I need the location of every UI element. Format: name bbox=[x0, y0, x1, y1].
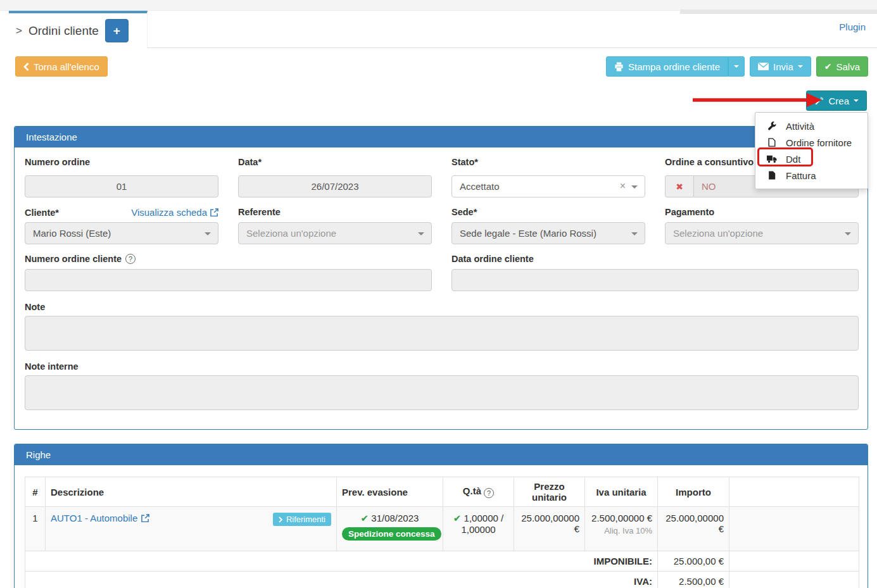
print-order-button[interactable]: Stampa ordine cliente bbox=[606, 56, 728, 77]
importo-value: 25.000,00000 € bbox=[658, 507, 729, 551]
qta-value: 1,00000 / 1,00000 bbox=[461, 513, 503, 535]
save-label: Salva bbox=[836, 61, 860, 72]
stato-label: Stato* bbox=[451, 157, 645, 167]
col-qta-header: Q.tà ? bbox=[443, 477, 514, 507]
row-actions-cell bbox=[729, 507, 859, 551]
col-prezzo-header: Prezzo unitario bbox=[514, 477, 585, 507]
note-interne-label: Note interne bbox=[25, 361, 859, 372]
add-order-button[interactable]: + bbox=[105, 19, 129, 42]
col-importo-header: Importo bbox=[658, 477, 729, 507]
toolbar-right: Stampa ordine cliente Invia ✔ Salva bbox=[606, 56, 868, 77]
print-button-group: Stampa ordine cliente bbox=[606, 56, 745, 77]
imponibile-value: 25.000,00 € bbox=[658, 551, 729, 572]
sede-select[interactable]: Sede legale - Este (Mario Rossi) bbox=[451, 222, 645, 244]
iva-row: IVA: 2.500,00 € bbox=[25, 572, 859, 588]
menu-item-label: Fattura bbox=[786, 170, 816, 181]
col-iva-header: Iva unitaria bbox=[585, 477, 658, 507]
referente-label: Referente bbox=[238, 207, 432, 217]
file-outline-icon bbox=[767, 138, 777, 147]
tab-ordini-cliente[interactable]: > Ordini cliente + bbox=[9, 11, 148, 48]
data-label: Data* bbox=[238, 157, 432, 167]
menu-item-fattura[interactable]: Fattura bbox=[755, 167, 868, 184]
cliente-label: Cliente* bbox=[25, 208, 59, 218]
question-circle-icon: ? bbox=[484, 488, 494, 498]
send-label: Invia bbox=[773, 61, 793, 72]
pagamento-placeholder: Seleziona un'opzione bbox=[673, 228, 763, 239]
cliente-value: Mario Rossi (Este) bbox=[33, 228, 111, 239]
file-solid-icon bbox=[767, 171, 777, 180]
chevron-right-icon bbox=[279, 516, 282, 523]
clear-icon[interactable]: × bbox=[620, 180, 626, 192]
plugin-link[interactable]: Plugin bbox=[839, 22, 866, 32]
righe-panel: Righe # Descrizione Prev. evasione Q.tà … bbox=[14, 444, 868, 588]
referente-select[interactable]: Seleziona un'opzione bbox=[238, 222, 432, 244]
caret-down-icon bbox=[854, 99, 859, 102]
page: > Ordini cliente + Plugin Torna all'elen… bbox=[0, 0, 877, 588]
note-interne-textarea[interactable] bbox=[25, 375, 859, 410]
riferimenti-badge[interactable]: Riferimenti bbox=[273, 513, 331, 526]
caret-down-icon bbox=[631, 232, 638, 235]
plus-icon: + bbox=[113, 24, 120, 38]
data-ordine-cliente-label: Data ordine cliente bbox=[451, 254, 859, 264]
note-textarea[interactable] bbox=[25, 316, 859, 351]
external-link-icon bbox=[141, 514, 149, 522]
caret-down-icon bbox=[845, 232, 851, 235]
table-row: 1 AUTO1 - Automobile Riferime bbox=[25, 507, 859, 551]
caret-down-icon bbox=[734, 65, 739, 68]
righe-panel-header: Righe bbox=[15, 444, 868, 465]
question-circle-icon: ? bbox=[125, 254, 136, 264]
check-icon: ✔ bbox=[361, 513, 369, 523]
pagamento-select[interactable]: Seleziona un'opzione bbox=[665, 222, 859, 244]
imponibile-label: IMPONIBILE: bbox=[25, 551, 658, 572]
page-title: Ordini cliente bbox=[28, 24, 99, 38]
wrench-icon bbox=[767, 122, 777, 130]
save-button[interactable]: ✔ Salva bbox=[816, 56, 868, 77]
back-to-list-label: Torna all'elenco bbox=[34, 61, 99, 72]
check-icon: ✔ bbox=[824, 62, 832, 71]
check-icon: ✔ bbox=[453, 513, 462, 523]
article-link[interactable]: AUTO1 - Automobile bbox=[51, 513, 149, 523]
article-label: AUTO1 - Automobile bbox=[51, 513, 137, 523]
data-ordine-cliente-input[interactable] bbox=[451, 269, 859, 291]
stato-select[interactable]: Accettato × bbox=[451, 175, 645, 197]
envelope-icon bbox=[758, 63, 769, 70]
intestazione-panel: Intestazione Numero ordine Data* Stato* … bbox=[14, 126, 868, 430]
col-num-header: # bbox=[25, 477, 46, 507]
send-button[interactable]: Invia bbox=[750, 56, 811, 77]
iva-aliquota: Aliq. Iva 10% bbox=[590, 526, 652, 535]
col-actions-header bbox=[729, 477, 859, 507]
red-arrow-annotation bbox=[690, 91, 824, 109]
numero-ordine-input[interactable] bbox=[25, 175, 218, 197]
print-dropdown-toggle[interactable] bbox=[728, 56, 745, 77]
imponibile-row: IMPONIBILE: 25.000,00 € bbox=[25, 551, 859, 572]
visualizza-scheda-label: Visualizza scheda bbox=[131, 207, 207, 218]
data-input[interactable] bbox=[238, 175, 432, 197]
create-label: Crea bbox=[828, 96, 849, 106]
righe-table: # Descrizione Prev. evasione Q.tà ? Prez… bbox=[25, 477, 859, 588]
menu-item-attivita[interactable]: Attività bbox=[755, 118, 868, 134]
visualizza-scheda-link[interactable]: Visualizza scheda bbox=[131, 207, 218, 218]
spedizione-badge: Spedizione concessa bbox=[342, 527, 441, 541]
righe-title: Righe bbox=[26, 449, 51, 460]
tabbar-divider bbox=[148, 47, 877, 48]
row-number: 1 bbox=[25, 507, 46, 551]
chevron-left-icon bbox=[23, 63, 29, 71]
back-to-list-button[interactable]: Torna all'elenco bbox=[15, 56, 108, 77]
numero-ordine-cliente-input[interactable] bbox=[25, 269, 432, 291]
col-prev-evasione-header: Prev. evasione bbox=[337, 477, 443, 507]
caret-down-icon bbox=[798, 65, 803, 68]
cliente-select[interactable]: Mario Rossi (Este) bbox=[25, 222, 218, 244]
sede-label: Sede* bbox=[451, 207, 645, 217]
chevron-right-icon: > bbox=[16, 25, 22, 36]
referente-placeholder: Seleziona un'opzione bbox=[246, 228, 336, 239]
ddt-highlight-annotation bbox=[757, 147, 813, 166]
table-header-row: # Descrizione Prev. evasione Q.tà ? Prez… bbox=[25, 477, 859, 507]
times-icon[interactable]: ✖ bbox=[665, 175, 693, 197]
printer-icon bbox=[614, 62, 624, 72]
col-descrizione-header: Descrizione bbox=[46, 477, 337, 507]
stato-value: Accettato bbox=[460, 181, 500, 192]
menu-item-label: Attività bbox=[786, 121, 814, 132]
caret-down-icon bbox=[631, 185, 638, 189]
pagamento-label: Pagamento bbox=[665, 207, 859, 217]
prezzo-value: 25.000,00000 € bbox=[514, 507, 585, 551]
